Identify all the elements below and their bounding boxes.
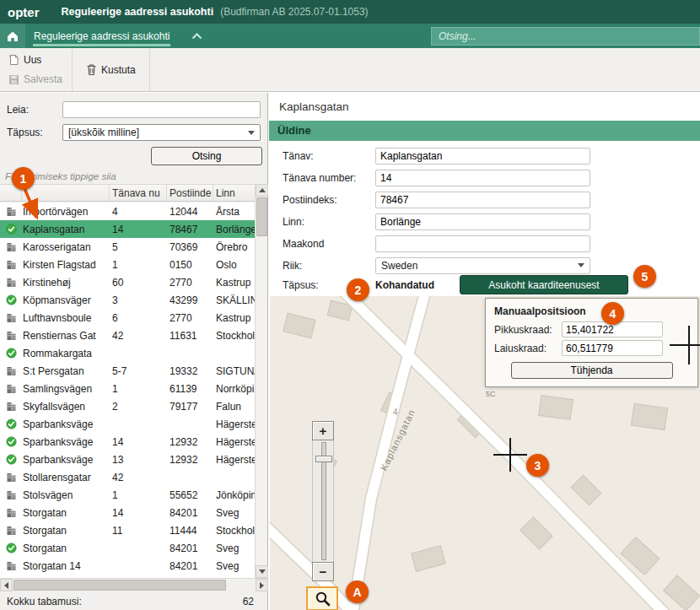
toolbar-group-delete: Kustuta [73, 48, 150, 91]
longitude-row: Pikkuskraad: [494, 321, 689, 337]
county-input[interactable] [375, 235, 590, 252]
cell-street-number: 5-7 [110, 365, 167, 377]
table-row[interactable]: Stollarensgatar42 [0, 468, 256, 486]
zoom-slider-handle[interactable] [315, 456, 332, 462]
status-bar: Kokku tabamusi: 62 [7, 596, 254, 607]
table-row[interactable]: Kirsten Flagstad10150Oslo [0, 256, 256, 273]
cell-street: Samlingsvägen [22, 383, 110, 395]
table-row[interactable]: Stolsvägen155652Jönköpin [0, 486, 256, 504]
precision-filter-row: Täpsus: [ükskõik milline] [7, 124, 261, 141]
cell-postal-code: 43299 [167, 294, 213, 306]
cell-street: Sparbanksväge [22, 454, 110, 466]
manual-position-panel: Manuaalpositsioon Pikkuskraad: Laiuskraa… [485, 298, 698, 387]
table-row[interactable]: Storgatan84201Sveg [0, 539, 256, 557]
cell-postal-code: 2770 [167, 277, 213, 289]
cell-city: Falun [213, 401, 256, 413]
scroll-down-button[interactable] [256, 565, 268, 578]
precision-filter-select[interactable]: [ükskõik milline] [62, 124, 261, 141]
table-row[interactable]: Lufthavnsboule62770Kastrup [0, 309, 256, 327]
field-row-county: Maakond [283, 235, 692, 252]
cell-postal-code: 84201 [167, 507, 213, 519]
new-button[interactable]: Uus [5, 51, 67, 69]
table-row[interactable]: Köpmansväger343299SKÄLLIN [0, 291, 256, 309]
country-value: Sweden [381, 260, 417, 272]
table-row[interactable]: Renstiernas Gat4211631Stockhol [0, 327, 256, 344]
tab-reguleerige-aadressi-asukohti[interactable]: Reguleerige aadressi asukohti [25, 24, 178, 48]
delete-button[interactable]: Kustuta [83, 61, 139, 79]
cell-street-number: 1 [110, 489, 167, 501]
cell-postal-code: 12932 [167, 454, 213, 466]
cell-street-number: 1 [110, 383, 167, 395]
cell-postal-code: 61139 [167, 383, 213, 395]
global-search-input[interactable] [431, 27, 700, 46]
scroll-right-button[interactable] [256, 579, 268, 591]
table-row[interactable]: Storgatan1111444Stockhol [0, 521, 256, 539]
table-vertical-scrollbar[interactable] [255, 184, 267, 578]
cell-postal-code: 78467 [167, 224, 213, 235]
cell-street-number: 3 [110, 294, 167, 306]
find-input[interactable] [62, 101, 261, 118]
table-row[interactable]: Storgatan1484201Sveg [0, 504, 256, 521]
window-title: Reguleerige aadressi asukohti [62, 6, 214, 18]
find-row: Leia: [7, 101, 261, 118]
annotation-5: 5 [633, 265, 656, 288]
col-street-number[interactable]: Tänava nu [110, 185, 167, 201]
annotation-2: 2 [347, 278, 369, 301]
delete-button-label: Kustuta [101, 64, 136, 76]
map[interactable]: Kaplansgatan 4 5C Manuaalpositsioon Pikk… [270, 296, 700, 610]
table-row[interactable]: Storgatan 1484201Sveg [0, 557, 256, 575]
scroll-up-icon [259, 188, 266, 192]
map-service-button[interactable]: Asukoht kaarditeenusest [460, 275, 628, 294]
building-number-label: 4 [393, 408, 398, 417]
save-button[interactable]: Salvesta [5, 70, 67, 89]
cell-street: Storgatan [22, 543, 110, 554]
cell-postal-code: 84201 [167, 543, 213, 554]
table-row[interactable]: SparbanksvägeHägerste [0, 415, 256, 433]
field-row-postal: Postiindeks: [283, 191, 692, 208]
table-row[interactable]: Sparbanksväge1312932Hägerste [0, 451, 256, 468]
latitude-label: Laiuskraad: [494, 343, 562, 354]
search-button[interactable]: Otsing [151, 147, 262, 165]
col-postal-code[interactable]: Postiinde [167, 185, 213, 201]
table-row[interactable]: Sparbanksväge1412932Hägerste [0, 433, 256, 451]
vertical-scrollbar-thumb[interactable] [256, 197, 267, 236]
col-city[interactable]: Linn [213, 185, 256, 201]
cell-postal-code: 0150 [167, 259, 213, 271]
country-select[interactable]: Sweden [375, 257, 590, 274]
address-table-body: Importörvägen412044ÅrstaKaplansgatan1478… [0, 202, 256, 578]
table-row[interactable]: Karosserigatan570369Örebro [0, 238, 256, 256]
scroll-left-button[interactable] [0, 579, 13, 591]
clear-button[interactable]: Tühjenda [511, 362, 673, 379]
city-input[interactable] [375, 213, 590, 230]
street-number-input[interactable] [375, 170, 590, 186]
home-button[interactable] [0, 24, 25, 48]
cell-street-number: 60 [110, 277, 167, 289]
total-hits-value: 62 [243, 596, 254, 607]
cell-city: Hägerste [213, 454, 256, 466]
chevron-up-icon[interactable] [191, 33, 202, 40]
building-icon [0, 259, 22, 270]
magnifier-button[interactable] [306, 586, 338, 610]
zoom-slider[interactable] [312, 440, 334, 562]
cell-street: Köpmansväger [22, 294, 110, 306]
cell-postal-code: 79177 [167, 401, 213, 413]
zoom-in-button[interactable]: + [312, 421, 334, 440]
new-document-icon [8, 54, 19, 66]
table-row[interactable]: S:t Persgatan5-719332SIGTUNA [0, 362, 256, 380]
table-row[interactable]: Rommakargata [0, 344, 256, 362]
building-icon [0, 383, 22, 394]
zoom-out-button[interactable]: − [312, 562, 334, 581]
scroll-up-button[interactable] [256, 184, 268, 197]
horizontal-scrollbar-thumb[interactable] [13, 580, 226, 591]
left-panel: Leia: Täpsus: [ükskõik milline] Otsing F… [0, 93, 268, 610]
table-row[interactable]: Samlingsvägen161139Norrköpi [0, 380, 256, 397]
annotation-1-arrow [17, 184, 47, 226]
table-horizontal-scrollbar[interactable] [0, 578, 268, 591]
cell-city: Kastrup [213, 277, 256, 289]
table-row[interactable]: Skyfallsvägen279177Falun [0, 397, 256, 415]
postal-input[interactable] [375, 192, 590, 208]
geocoded-check-icon [0, 294, 22, 305]
street-input[interactable] [375, 148, 590, 165]
latitude-input[interactable] [562, 340, 663, 356]
table-row[interactable]: Kirstinehøj602770Kastrup [0, 273, 256, 291]
